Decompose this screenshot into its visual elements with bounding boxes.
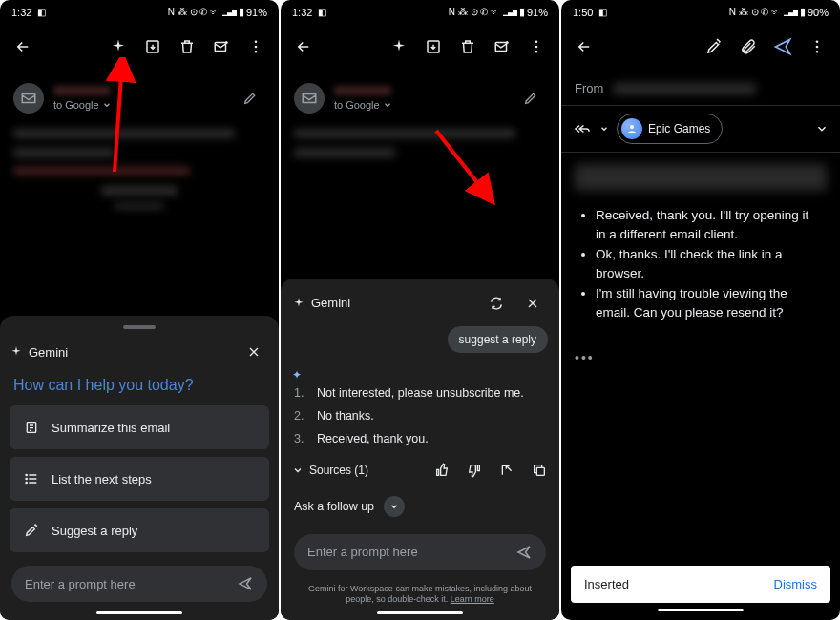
archive-icon[interactable] bbox=[137, 31, 168, 62]
send-icon[interactable] bbox=[767, 31, 798, 62]
sources-toggle[interactable]: Sources (1) bbox=[309, 464, 368, 477]
svg-point-23 bbox=[816, 51, 819, 53]
screenshot-1: 1:32 ◧ N ⁂ ⊙ ✆ ᯤ ▁▃▅ ▮ 91% bbox=[0, 0, 279, 620]
snackbar-dismiss[interactable]: Dismiss bbox=[774, 577, 818, 591]
inserted-bullet-1: Received, thank you. I'll try opening it… bbox=[596, 206, 821, 243]
svg-point-11 bbox=[26, 482, 27, 483]
archive-icon[interactable] bbox=[418, 31, 449, 62]
subject-redacted bbox=[575, 164, 827, 191]
email-header: to Google bbox=[281, 72, 559, 121]
email-toolbar bbox=[281, 22, 559, 72]
refresh-icon[interactable] bbox=[481, 288, 512, 319]
snackbar-message: Inserted bbox=[584, 577, 629, 591]
chevron-down-icon bbox=[102, 100, 112, 110]
gemini-sparkle-icon[interactable] bbox=[103, 31, 134, 62]
recipient-avatar-icon bbox=[621, 118, 642, 139]
status-time: 1:32 bbox=[11, 7, 32, 18]
prompt-input[interactable]: Enter a prompt here bbox=[11, 566, 267, 602]
back-icon[interactable] bbox=[288, 31, 319, 62]
gemini-sparkle-icon[interactable] bbox=[384, 31, 414, 62]
battery-icon: ▮ bbox=[239, 6, 244, 18]
home-indicator bbox=[377, 611, 463, 614]
from-field[interactable]: From bbox=[561, 72, 840, 106]
list-icon bbox=[21, 468, 42, 489]
svg-point-4 bbox=[255, 46, 258, 49]
recipient-line[interactable]: to Google bbox=[334, 99, 506, 111]
drag-handle[interactable] bbox=[123, 325, 156, 329]
reply-all-icon[interactable] bbox=[573, 122, 592, 135]
recipient-chip[interactable]: Epic Games bbox=[617, 114, 723, 144]
sender-avatar[interactable] bbox=[294, 83, 325, 114]
edit-icon[interactable] bbox=[235, 83, 265, 114]
sender-avatar[interactable] bbox=[13, 83, 44, 114]
suggestion-suggest-reply[interactable]: Suggest a reply bbox=[10, 508, 269, 552]
status-bar: 1:32 ◧ N ⁂ ⊙ ✆ ᯤ ▁▃▅ ▮ 91% bbox=[281, 0, 559, 22]
email-body-redacted bbox=[0, 121, 279, 222]
gemini-result-panel: Gemini suggest a reply ✦ 1.Not intereste… bbox=[281, 279, 559, 620]
show-trimmed-icon[interactable]: ••• bbox=[575, 350, 827, 365]
chevron-down-icon[interactable] bbox=[292, 465, 304, 476]
insert-icon[interactable] bbox=[498, 462, 515, 479]
close-icon[interactable] bbox=[239, 337, 269, 367]
home-indicator bbox=[96, 611, 182, 614]
back-icon[interactable] bbox=[569, 31, 599, 62]
learn-more-link[interactable]: Learn more bbox=[451, 594, 494, 604]
svg-point-15 bbox=[536, 40, 538, 43]
status-notif-icon: ◧ bbox=[37, 7, 46, 17]
summarize-icon bbox=[21, 417, 42, 438]
suggestion-list-steps[interactable]: List the next steps bbox=[10, 457, 269, 501]
close-icon[interactable] bbox=[517, 288, 548, 319]
magic-compose-icon[interactable] bbox=[699, 31, 729, 62]
compose-toolbar bbox=[561, 22, 840, 72]
screenshot-2: 1:32 ◧ N ⁂ ⊙ ✆ ᯤ ▁▃▅ ▮ 91% bbox=[281, 0, 559, 620]
inserted-bullet-3: I'm still having trouble viewing the ema… bbox=[596, 284, 821, 321]
followup-row[interactable]: Ask a follow up bbox=[292, 492, 548, 521]
send-icon[interactable] bbox=[237, 575, 254, 592]
delete-icon[interactable] bbox=[452, 31, 483, 62]
mark-unread-icon[interactable] bbox=[206, 31, 237, 62]
gemini-indicator-icon: ✦ bbox=[292, 368, 540, 382]
expand-followup-icon[interactable] bbox=[384, 496, 405, 517]
status-icons: N ⁂ ⊙ ✆ ᯤ ▁▃▅ bbox=[168, 7, 237, 17]
svg-point-9 bbox=[26, 474, 27, 475]
delete-icon[interactable] bbox=[172, 31, 202, 62]
status-bar: 1:32 ◧ N ⁂ ⊙ ✆ ᯤ ▁▃▅ ▮ 91% bbox=[0, 0, 279, 22]
mark-unread-icon[interactable] bbox=[487, 31, 517, 62]
reply-option-1[interactable]: 1.Not interested, please unsubscribe me. bbox=[292, 382, 548, 404]
edit-icon[interactable] bbox=[515, 83, 546, 114]
overflow-menu-icon[interactable] bbox=[802, 31, 832, 62]
screenshot-3: 1:50 ◧ N ⁂ ⊙ ✆ ᯤ ▁▃▅ ▮ 90% From bbox=[561, 0, 840, 620]
help-prompt: How can I help you today? bbox=[10, 377, 269, 394]
chevron-down-icon[interactable] bbox=[599, 124, 609, 134]
prompt-placeholder: Enter a prompt here bbox=[25, 577, 237, 591]
reply-option-2[interactable]: 2.No thanks. bbox=[292, 404, 548, 427]
status-time: 1:50 bbox=[573, 7, 593, 18]
recipient-line[interactable]: to Google bbox=[53, 99, 225, 111]
prompt-input[interactable]: Enter a prompt here bbox=[294, 534, 546, 570]
prompt-placeholder: Enter a prompt here bbox=[307, 545, 515, 559]
sparkle-icon bbox=[10, 345, 23, 359]
overflow-menu-icon[interactable] bbox=[521, 31, 552, 62]
magic-pen-icon bbox=[21, 520, 42, 541]
to-field[interactable]: Epic Games bbox=[561, 106, 840, 153]
suggestion-summarize[interactable]: Summarize this email bbox=[10, 405, 269, 449]
svg-point-3 bbox=[255, 40, 258, 43]
compose-body[interactable]: Received, thank you. I'll try opening it… bbox=[561, 196, 840, 333]
status-icons: N ⁂ ⊙ ✆ ᯤ ▁▃▅ bbox=[729, 7, 798, 17]
expand-recipients-icon[interactable] bbox=[815, 122, 829, 135]
copy-icon[interactable] bbox=[531, 462, 548, 479]
snackbar: Inserted Dismiss bbox=[571, 566, 830, 603]
svg-point-24 bbox=[630, 125, 634, 129]
thumbs-down-icon[interactable] bbox=[466, 462, 483, 479]
reply-option-3[interactable]: 3.Received, thank you. bbox=[292, 427, 548, 450]
status-notif-icon: ◧ bbox=[598, 7, 607, 17]
back-icon[interactable] bbox=[8, 31, 38, 62]
send-icon[interactable] bbox=[515, 544, 533, 561]
panel-title: Gemini bbox=[311, 296, 350, 310]
attach-icon[interactable] bbox=[733, 31, 764, 62]
thumbs-up-icon[interactable] bbox=[433, 462, 451, 479]
battery-icon: ▮ bbox=[800, 6, 806, 18]
status-bar: 1:50 ◧ N ⁂ ⊙ ✆ ᯤ ▁▃▅ ▮ 90% bbox=[561, 0, 840, 22]
overflow-menu-icon[interactable] bbox=[241, 31, 271, 62]
user-chip: suggest a reply bbox=[448, 326, 548, 353]
